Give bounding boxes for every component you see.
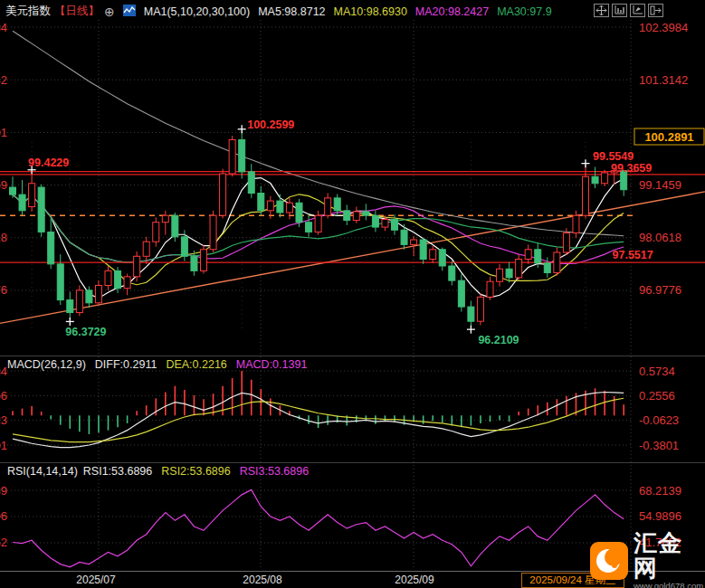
axis-tick-label-clipped: -0.3801 <box>0 439 7 452</box>
symbol-title: 美元指数 <box>5 4 51 19</box>
rsi3-value: RSI3:53.6896 <box>240 465 309 478</box>
axis-tick-label: 99.1459 <box>639 178 681 192</box>
current-price-box: 100.2891 <box>634 128 704 145</box>
restore-view-icon[interactable] <box>648 4 663 17</box>
axis-tick-label-clipped: 98.0618 <box>0 231 7 244</box>
ma20-value: MA20:98.2427 <box>415 5 489 18</box>
macd-macd-value: MACD:0.1391 <box>236 358 308 371</box>
month-label: 2025/09 <box>395 574 433 586</box>
price-annotation: 99.5549 <box>593 150 634 163</box>
site-logo: 汇金网 www.gold678.com <box>590 530 705 588</box>
macd-dea-value: DEA:0.2216 <box>166 358 226 371</box>
chart-toolbar <box>594 4 663 17</box>
axis-tick-label: -0.3801 <box>639 439 679 452</box>
axis-tick-label-clipped: 100.2301 <box>0 126 7 139</box>
macd-header: MACD(26,12,9) DIFF:0.2911 DEA:0.2216 MAC… <box>7 358 307 371</box>
logo-icon <box>590 542 628 580</box>
ma100-line <box>13 31 624 236</box>
axis-tick-label: 96.9776 <box>639 283 681 297</box>
scale-x-icon[interactable] <box>630 4 645 17</box>
axis-tick-label: -0.0623 <box>639 413 679 427</box>
rsi1-value: RSI1:53.6896 <box>83 465 152 478</box>
chart-header: 美元指数 【日线】 ⊕ MA1(5,10,20,30,100) MA5:98.8… <box>5 4 552 19</box>
mini-chart-icon <box>123 5 136 19</box>
macd-diff-value: DIFF:0.2911 <box>95 358 157 371</box>
rsi2-value: RSI2:53.6896 <box>161 465 230 478</box>
rsi-panel <box>13 489 624 567</box>
axis-tick-label-clipped: 68.2139 <box>0 484 7 498</box>
pan-icon[interactable] <box>594 4 609 17</box>
period-label: 【日线】 <box>54 4 100 19</box>
rsi-line <box>13 489 624 567</box>
rsi-header: RSI(14,14,14) RSI1:53.6896 RSI2:53.6896 … <box>7 465 309 478</box>
axis-tick-label: 0.2556 <box>639 389 675 403</box>
overlay-plus-icon[interactable]: ⊕ <box>104 5 115 19</box>
macd-panel <box>13 371 624 448</box>
axis-tick-label: 68.2139 <box>639 484 681 498</box>
scale-y-icon[interactable] <box>612 4 627 17</box>
price-annotation: 99.4229 <box>28 156 69 169</box>
logo-text: 汇金网 <box>634 530 705 581</box>
ma10-line <box>13 194 624 285</box>
axis-tick-label: 0.5734 <box>639 365 675 378</box>
price-annotation: 97.5517 <box>613 249 653 261</box>
axis-tick-label: 98.0618 <box>639 231 681 244</box>
axis-tick-label-clipped: 0.2556 <box>0 389 7 403</box>
ma5-value: MA5:98.8712 <box>258 5 325 18</box>
axis-tick-label-clipped: 99.1459 <box>0 178 7 192</box>
axis-tick-label: 54.9896 <box>639 509 681 523</box>
axis-tick-label-clipped: 41.7652 <box>0 536 7 549</box>
month-label: 2025/08 <box>243 574 281 586</box>
axis-tick-label: 102.3984 <box>639 21 688 34</box>
rsi-title: RSI(14,14,14) <box>7 465 78 478</box>
axis-tick-label-clipped: 96.9776 <box>0 283 7 297</box>
chart-app: 99.4229100.259999.554999.365997.551796.3… <box>0 0 705 588</box>
ma10-value: MA10:98.6930 <box>334 5 407 18</box>
axis-tick-label-clipped: 0.5734 <box>0 365 7 378</box>
macd-title: MACD(26,12,9) <box>7 358 86 371</box>
logo-url: www.gold678.com <box>634 581 703 588</box>
candles-layer <box>10 131 627 327</box>
axis-tick-label-clipped: 101.3142 <box>0 73 7 87</box>
price-annotation: 96.3729 <box>65 326 106 338</box>
axis-tick-label-clipped: -0.0623 <box>0 413 7 427</box>
ma5-line <box>13 178 624 299</box>
svg-text:100.2891: 100.2891 <box>644 130 693 144</box>
price-annotation: 96.2109 <box>478 334 519 346</box>
axis-tick-label-clipped: 54.9896 <box>0 509 7 523</box>
price-annotation: 100.2599 <box>247 119 294 131</box>
axis-tick-label: 101.3142 <box>639 73 688 87</box>
ma30-value: MA30:97.9 <box>497 5 551 18</box>
price-annotation: 99.3659 <box>611 162 652 175</box>
ma-settings-label: MA1(5,10,20,30,100) <box>144 5 250 18</box>
month-label: 2025/07 <box>76 574 115 586</box>
axis-tick-label-clipped: 102.3984 <box>0 21 7 34</box>
